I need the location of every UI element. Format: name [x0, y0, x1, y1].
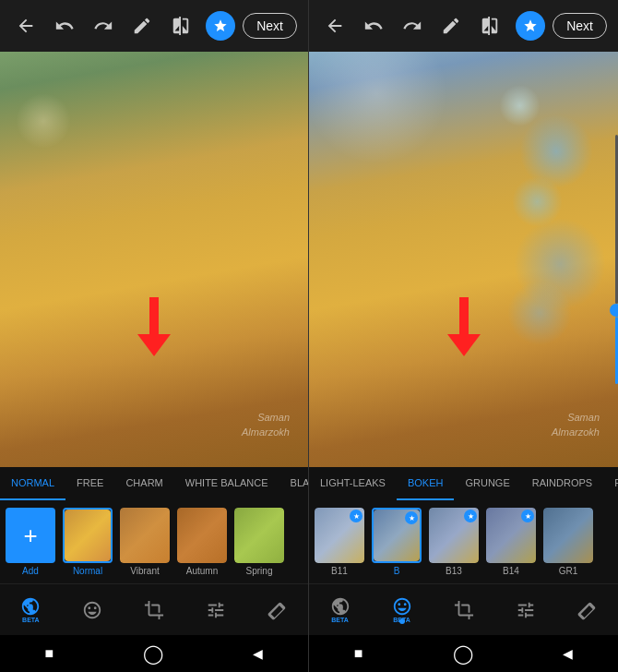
b12-star: ★ [405, 511, 418, 524]
filter-autumn[interactable]: Autumn [175, 508, 229, 576]
tab-charm[interactable]: CHARM [114, 467, 173, 500]
beta-tag: BETA [22, 617, 40, 623]
b12-thumb: ★ [372, 508, 422, 563]
lens-button[interactable] [82, 600, 102, 620]
spring-label: Spring [246, 566, 273, 576]
compare-button[interactable] [166, 11, 196, 41]
eraser-button[interactable] [267, 600, 288, 620]
left-photo-bg [0, 52, 308, 467]
edit-button[interactable] [127, 11, 157, 41]
b12-label: B [394, 566, 400, 576]
b11-star: ★ [350, 510, 362, 522]
tab-raindrops[interactable]: RAINDROPS [521, 467, 603, 500]
tab-black[interactable]: BLACK & [279, 467, 308, 500]
right-filter-tabs: LIGHT-LEAKS BOKEH GRUNGE RAINDROPS PAPE [309, 467, 618, 500]
tab-white-balance[interactable]: WHITE BALANCE [174, 467, 279, 500]
right-nav-square[interactable]: ■ [354, 645, 363, 662]
right-panel: Next Saman Almarzokh [309, 0, 618, 672]
filter-vibrant[interactable]: Vibrant [118, 508, 172, 576]
left-photo-area: Saman Almarzokh [0, 52, 308, 467]
tab-light-leaks[interactable]: LIGHT-LEAKS [309, 467, 397, 500]
crop-button[interactable] [144, 600, 164, 620]
nav-square[interactable]: ■ [45, 645, 54, 662]
normal-label: Normal [73, 566, 102, 576]
tab-pape[interactable]: PAPE [603, 467, 618, 500]
left-toolbar: Next [0, 0, 308, 52]
filter-normal[interactable]: Normal [61, 508, 114, 576]
right-compare-button[interactable] [475, 11, 505, 41]
right-back-button[interactable] [320, 11, 350, 41]
vibrant-thumb [120, 508, 170, 563]
adjust-button[interactable] [206, 600, 226, 620]
right-undo-button[interactable] [359, 11, 388, 41]
b14-thumb: ★ [486, 508, 536, 563]
right-redo-button[interactable] [398, 11, 427, 41]
left-thumbnails: + Add Normal Vibrant Autumn [0, 500, 308, 583]
b14-star: ★ [521, 510, 534, 522]
vibrant-label: Vibrant [130, 566, 160, 576]
right-toolbar-right: Next [516, 11, 607, 41]
left-red-arrow [137, 297, 171, 356]
b13-thumb: ★ [429, 508, 479, 563]
right-arrow-head [447, 334, 481, 356]
right-system-nav: ■ ◯ ◀ [309, 635, 618, 672]
right-bottom-toolbar: BETA BETA [309, 583, 618, 635]
right-arrow-shaft [459, 297, 469, 334]
filter-b14[interactable]: ★ B14 [484, 508, 538, 576]
normal-thumb [63, 508, 113, 563]
filter-b13[interactable]: ★ B13 [427, 508, 481, 576]
effects-button[interactable]: BETA [20, 596, 41, 623]
gr1-thumb [543, 508, 593, 563]
nav-back[interactable]: ◀ [253, 646, 263, 661]
filter-gr1[interactable]: GR1 [541, 508, 595, 576]
back-button[interactable] [11, 11, 41, 41]
arrow-head [137, 334, 171, 356]
autumn-label: Autumn [186, 566, 218, 576]
left-panel: Next Saman Almarzokh NORMAL FREE CHARM W… [0, 0, 309, 672]
filter-spring[interactable]: Spring [232, 508, 286, 576]
right-slider [614, 135, 618, 384]
undo-button[interactable] [50, 11, 79, 41]
b14-label: B14 [503, 566, 519, 576]
right-beta-tag: BETA [331, 617, 349, 623]
right-red-arrow [447, 297, 481, 356]
nav-circle[interactable]: ◯ [143, 642, 163, 665]
right-watermark: Saman Almarzokh [552, 411, 600, 439]
active-indicator [399, 618, 405, 624]
tab-free[interactable]: FREE [65, 467, 114, 500]
add-filter-button[interactable]: + Add [4, 508, 57, 576]
tab-grunge[interactable]: GRUNGE [454, 467, 520, 500]
tab-normal[interactable]: NORMAL [0, 467, 65, 500]
right-adjust-button[interactable] [516, 600, 536, 620]
left-watermark: Saman Almarzokh [242, 411, 290, 439]
b13-label: B13 [446, 566, 462, 576]
next-button[interactable]: Next [243, 13, 297, 39]
redo-button[interactable] [89, 11, 118, 41]
right-thumbnails: ★ B11 ★ B ★ B13 ★ B14 [309, 500, 618, 583]
left-bottom-toolbar: BETA [0, 583, 308, 635]
b11-thumb: ★ [315, 508, 364, 563]
arrow-shaft [149, 297, 159, 334]
right-photo-area: Saman Almarzokh [309, 52, 618, 467]
star-button[interactable] [206, 11, 235, 41]
right-lens-button[interactable]: BETA [392, 596, 412, 623]
right-edit-button[interactable] [436, 11, 466, 41]
add-label: Add [22, 566, 39, 576]
gr1-label: GR1 [559, 566, 578, 576]
right-nav-back[interactable]: ◀ [563, 646, 573, 661]
b13-star: ★ [464, 510, 477, 522]
tab-bokeh[interactable]: BOKEH [397, 467, 455, 500]
left-toolbar-left [11, 11, 196, 41]
right-crop-button[interactable] [454, 600, 474, 620]
right-effects-button[interactable]: BETA [330, 596, 351, 623]
spring-thumb [234, 508, 284, 563]
right-nav-circle[interactable]: ◯ [453, 642, 473, 665]
right-next-button[interactable]: Next [553, 13, 607, 39]
left-filter-tabs: NORMAL FREE CHARM WHITE BALANCE BLACK & [0, 467, 308, 500]
add-icon: + [6, 508, 55, 563]
right-star-button[interactable] [516, 11, 545, 41]
right-eraser-button[interactable] [577, 600, 598, 620]
autumn-thumb [177, 508, 227, 563]
filter-b12[interactable]: ★ B [370, 508, 423, 576]
filter-b11[interactable]: ★ B11 [313, 508, 366, 576]
